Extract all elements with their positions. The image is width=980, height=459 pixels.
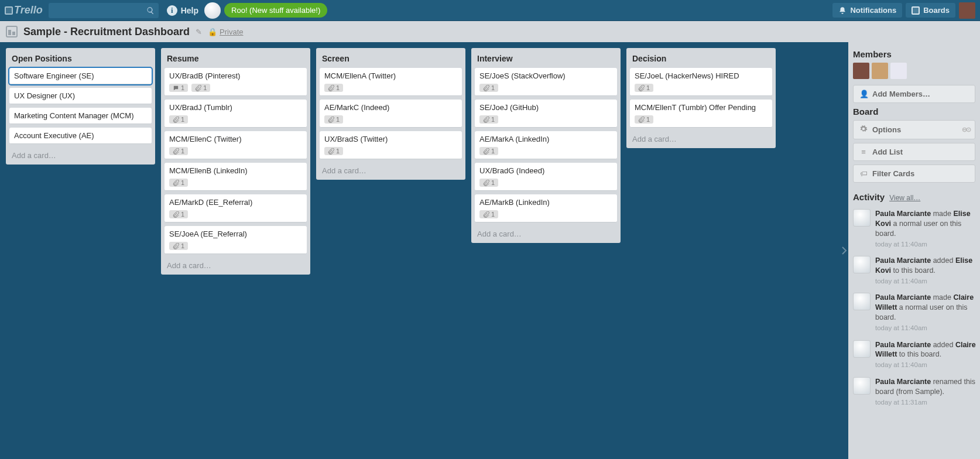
notifications-button[interactable]: Notifications: [832, 3, 902, 18]
attachments-badge: 1: [324, 84, 343, 92]
card-badges: 1: [169, 179, 302, 187]
options-more-icon: ⊖⊙: [962, 126, 970, 133]
attachments-badge: 1: [169, 210, 188, 218]
card[interactable]: MCM/EllenA (Twitter)1: [320, 68, 462, 96]
brand-logo[interactable]: Trello: [5, 4, 43, 16]
add-members-button[interactable]: 👤 Add Members…: [853, 85, 975, 103]
attachments-badge: 1: [191, 84, 210, 92]
card[interactable]: MCM/EllenC (Twitter)1: [165, 131, 307, 159]
card-title: Marketing Content Manager (MCM): [14, 111, 147, 120]
activity-item: Paula Marciante renamed this board (from…: [853, 377, 976, 407]
list-title[interactable]: Decision: [630, 52, 772, 68]
card-badges: 1: [479, 179, 612, 187]
user-avatar[interactable]: [959, 2, 975, 19]
edit-title-icon[interactable]: ✎: [196, 28, 202, 36]
card-badges: 1: [169, 242, 302, 250]
sidebar-toggle[interactable]: [840, 42, 848, 459]
visibility-toggle[interactable]: 🔒 Private: [208, 28, 243, 36]
logo-icon: [5, 6, 13, 15]
card-badges: 1: [324, 147, 457, 155]
search-input[interactable]: [49, 3, 142, 18]
card-title: UX/BradJ (Tumblr): [169, 103, 302, 112]
card[interactable]: AE/MarkD (EE_Referral)1: [165, 194, 307, 222]
activity-item: Paula Marciante added Claire Willett to …: [853, 340, 976, 370]
activity-avatar: [853, 377, 871, 395]
help-link[interactable]: i Help: [167, 5, 198, 16]
activity-time: today at 11:40am: [875, 361, 976, 370]
add-card-link[interactable]: Add a card…: [9, 148, 152, 161]
board-header: Sample - Recruitment Dashboard ✎ 🔒 Priva…: [0, 21, 980, 42]
card-title: SE/JoeJ (GitHub): [479, 103, 612, 112]
filter-cards-button[interactable]: 🏷 Filter Cards: [853, 165, 975, 183]
board-title[interactable]: Sample - Recruitment Dashboard: [23, 26, 190, 38]
card[interactable]: UX Designer (UX): [9, 88, 152, 104]
card[interactable]: UX/BradB (Pinterest)11: [165, 68, 307, 96]
card[interactable]: Account Executive (AE): [9, 128, 152, 144]
add-card-link[interactable]: Add a card…: [165, 258, 307, 271]
card-badges: 1: [169, 210, 302, 218]
card[interactable]: SE/JoeA (EE_Referral)1: [165, 226, 307, 254]
roo-label: Roo! (New stuff available!): [231, 6, 320, 15]
activity-text: Paula Marciante made Claire Willett a no…: [875, 293, 976, 333]
boards-button[interactable]: Boards: [906, 3, 955, 18]
card[interactable]: UX/BradS (Twitter)1: [320, 131, 462, 159]
activity-list: Paula Marciante made Elise Kovi a normal…: [853, 209, 980, 407]
card-badges: 1: [635, 115, 767, 124]
attachments-badge: 1: [324, 115, 343, 124]
member-avatar[interactable]: [890, 63, 907, 79]
sidebar: Members 👤 Add Members… Board Options ⊖⊙ …: [848, 42, 980, 459]
attachments-badge: 1: [479, 84, 498, 92]
card[interactable]: SE/JoeS (StackOverflow)1: [475, 68, 617, 96]
activity-view-all-link[interactable]: View all…: [889, 194, 920, 202]
attachments-badge: 1: [479, 115, 498, 124]
card-title: SE/JoeA (EE_Referral): [169, 230, 302, 238]
card[interactable]: Marketing Content Manager (MCM): [9, 108, 152, 124]
card-title: SE/JoeL (HackerNews) HIRED: [635, 71, 767, 80]
activity-text: Paula Marciante added Elise Kovi to this…: [875, 256, 976, 286]
card-title: UX/BradG (Indeed): [479, 166, 612, 175]
card[interactable]: Software Engineer (SE): [9, 68, 152, 84]
card[interactable]: UX/BradG (Indeed)1: [475, 163, 617, 191]
attachments-badge: 1: [479, 179, 498, 187]
board-canvas[interactable]: Open PositionsSoftware Engineer (SE)UX D…: [0, 42, 840, 459]
add-card-link[interactable]: Add a card…: [320, 163, 462, 176]
attachments-badge: 1: [635, 115, 653, 124]
card[interactable]: AE/MarkA (LinkedIn)1: [475, 131, 617, 159]
card-title: AE/MarkA (LinkedIn): [479, 135, 612, 143]
card[interactable]: AE/MarkB (LinkedIn)1: [475, 194, 617, 222]
boards-icon: [912, 6, 920, 15]
add-card-link[interactable]: Add a card…: [630, 131, 772, 145]
card[interactable]: MCM/EllenB (LinkedIn)1: [165, 163, 307, 191]
card[interactable]: UX/BradJ (Tumblr)1: [165, 100, 307, 128]
card-title: AE/MarkD (EE_Referral): [169, 198, 302, 207]
list: ScreenMCM/EllenA (Twitter)1AE/MarkC (Ind…: [316, 48, 465, 180]
list-title[interactable]: Interview: [475, 52, 617, 68]
card[interactable]: SE/JoeJ (GitHub)1: [475, 100, 617, 128]
add-card-link[interactable]: Add a card…: [475, 226, 617, 239]
member-avatar[interactable]: [872, 63, 888, 79]
list-title[interactable]: Screen: [320, 52, 462, 68]
private-label: Private: [220, 28, 243, 36]
activity-text: Paula Marciante renamed this board (from…: [875, 377, 976, 407]
card-title: Software Engineer (SE): [14, 71, 147, 80]
add-list-button[interactable]: ≡ Add List: [853, 143, 975, 161]
activity-item: Paula Marciante made Elise Kovi a normal…: [853, 209, 976, 249]
whats-new-pill[interactable]: Roo! (New stuff available!): [224, 3, 327, 18]
member-avatar[interactable]: [853, 63, 869, 79]
list-title[interactable]: Resume: [165, 52, 307, 68]
options-button[interactable]: Options ⊖⊙: [853, 120, 975, 139]
activity-time: today at 11:31am: [875, 398, 976, 407]
list-title[interactable]: Open Positions: [9, 52, 152, 68]
search-button[interactable]: [142, 3, 159, 18]
tag-icon: 🏷: [859, 169, 868, 178]
card[interactable]: SE/JoeL (HackerNews) HIRED1: [630, 68, 772, 96]
help-label: Help: [181, 6, 198, 15]
card[interactable]: MCM/EllenT (Tumblr) Offer Pending1: [630, 100, 772, 128]
card[interactable]: AE/MarkC (Indeed)1: [320, 100, 462, 128]
comments-badge: 1: [169, 84, 188, 92]
card-title: UX/BradB (Pinterest): [169, 71, 302, 80]
search-wrap: [49, 3, 159, 18]
activity-avatar: [853, 293, 871, 310]
brand-text: Trello: [14, 4, 43, 16]
card-badges: 1: [324, 115, 457, 124]
